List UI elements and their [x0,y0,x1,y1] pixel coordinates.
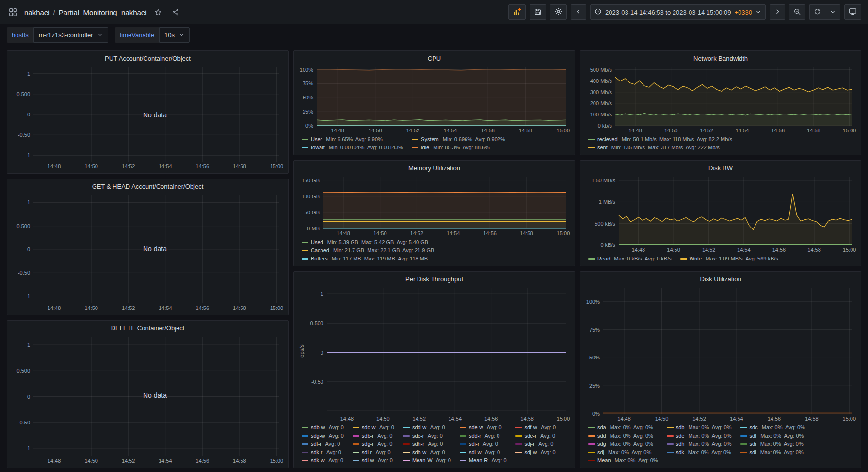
legend-item[interactable]: sdk-w Avg: 0 [302,457,344,464]
time-range-picker[interactable]: 2023-03-14 14:46:53 to 2023-03-14 15:00:… [590,4,766,20]
legend-swatch [588,460,595,461]
chart-network-bandwidth[interactable]: 0 kb/s100 Mb/s200 Mb/s300 Mb/s400 Mb/s50… [585,65,856,134]
panel-title[interactable]: CPU [299,53,570,65]
legend-item[interactable]: sda Max: 0% Avg: 0% [588,424,658,431]
variable-value-dropdown[interactable]: 10s [159,27,190,43]
chart-put[interactable]: 10.5000-0.50-114:4814:5014:5214:5414:561… [12,65,283,170]
dashboard-settings-button[interactable] [550,4,567,20]
legend-item[interactable]: sdk-r Avg: 0 [302,449,344,456]
legend-item[interactable]: System Min: 0.696% Avg: 0.902% [412,136,505,143]
legend-item[interactable]: sdb-w Avg: 0 [302,424,344,431]
legend-item[interactable]: recieved Min: 50.1 Mb/s Max: 118 Mb/s Av… [588,136,732,143]
legend-series-stats: Avg: 0 [485,424,501,431]
legend-item[interactable]: User Min: 6.65% Avg: 9.90% [302,136,403,143]
variable-value-dropdown[interactable]: m-r1z1s3-controller [33,27,108,43]
legend-item[interactable]: sdf Max: 0% Avg: 0% [740,432,805,439]
legend-item[interactable]: sdc-r Avg: 0 [403,432,451,439]
breadcrumb-folder[interactable]: nakhaei [24,8,50,16]
legend-item[interactable]: Mean Max: 0% Avg: 0% [588,457,658,464]
chart-canvas[interactable]: 0%25%50%75%100%14:4814:5014:5214:5414:56… [299,65,570,134]
legend-item[interactable]: sdg-r Avg: 0 [353,440,394,448]
chart-canvas[interactable]: 0%25%50%75%100%14:4814:5014:5214:5414:56… [585,285,856,423]
legend-item[interactable]: sdh Max: 0% Avg: 0% [667,440,732,448]
legend-swatch [667,452,674,453]
legend-item[interactable]: Buffers Min: 117 MB Max: 119 MB Avg: 118… [302,255,434,262]
chart-canvas[interactable]: 10.5000-0.5014:4814:5014:5214:5414:5614:… [299,285,570,423]
legend-item[interactable]: Mean-R Avg: 0 [460,457,507,464]
panel-title[interactable]: Network Bandwidth [585,53,856,65]
legend-item[interactable]: sdf-w Avg: 0 [515,424,556,431]
breadcrumb-dashboard-title[interactable]: Partial_Monitoring_nakhaei [59,8,147,16]
panel-title[interactable]: Memory Utilization [299,163,570,174]
svg-text:75%: 75% [303,81,313,86]
chart-get-head[interactable]: 10.5000-0.50-114:4814:5014:5214:5414:561… [12,193,283,312]
gear-icon [554,7,563,17]
no-data-message: No data [32,111,278,119]
chart-cpu[interactable]: 0%25%50%75%100%14:4814:5014:5214:5414:56… [299,65,570,134]
panel-title[interactable]: Per Disk Throughput [299,274,570,285]
legend-item[interactable]: sdg-w Avg: 0 [302,432,344,439]
legend-item[interactable]: sde-r Avg: 0 [515,432,556,439]
legend-item[interactable]: sdb-r Avg: 0 [353,432,394,439]
save-dashboard-button[interactable] [530,4,546,20]
panel-title[interactable]: Disk BW [585,163,856,174]
svg-text:14:52: 14:52 [122,305,135,311]
legend-item[interactable]: sdh-w Avg: 0 [403,449,451,456]
legend-item[interactable]: sdj-r Avg: 0 [515,440,556,448]
legend-item[interactable]: sdd-r Avg: 0 [460,432,507,439]
share-icon[interactable] [169,6,182,18]
apps-grid-icon[interactable] [7,6,19,18]
legend-item[interactable]: sdj-w Avg: 0 [515,449,556,456]
legend-item[interactable]: sdd-w Avg: 0 [403,424,451,431]
add-panel-button[interactable] [508,4,526,20]
legend-item[interactable]: Read Max: 0 kB/s Avg: 0 kB/s [588,255,672,262]
time-shift-back-button[interactable] [571,4,586,20]
legend-item[interactable]: sde Max: 0% Avg: 0% [667,432,732,439]
refresh-interval-dropdown[interactable] [825,4,840,20]
variable-hostis[interactable]: hostIs m-r1z1s3-controller [7,27,108,43]
legend-item[interactable]: sdd Max: 0% Avg: 0% [588,432,658,439]
zoom-out-button[interactable] [789,4,805,20]
legend-item[interactable]: idle Min: 85.3% Avg: 88.6% [412,144,505,151]
legend-item[interactable]: sdb Max: 0% Avg: 0% [667,424,732,431]
refresh-button[interactable] [809,4,825,20]
legend-item[interactable]: sdg Max: 0% Avg: 0% [588,440,658,448]
legend-item[interactable]: sdf-r Avg: 0 [302,440,344,448]
panel-title[interactable]: PUT Account/Container/Object [12,53,283,65]
svg-text:14:48: 14:48 [337,230,350,236]
star-icon[interactable] [152,6,164,18]
legend-item[interactable]: sdi Max: 0% Avg: 0% [740,440,805,448]
legend-item[interactable]: sdi-r Avg: 0 [460,440,507,448]
legend-item[interactable]: Write Max: 1.09 MB/s Avg: 569 kB/s [680,255,778,262]
chart-disk-bw[interactable]: 0 kB/s500 kB/s1 MB/s1.50 MB/s14:4814:501… [585,174,856,254]
chart-canvas[interactable]: 0 kB/s500 kB/s1 MB/s1.50 MB/s14:4814:501… [585,174,856,254]
panel-title[interactable]: DELETE Container/Object [12,323,283,334]
legend-item[interactable]: sdj Max: 0% Avg: 0% [588,449,658,456]
legend-item[interactable]: sdh-r Avg: 0 [403,440,451,448]
legend-item[interactable]: sent Min: 135 Mb/s Max: 317 Mb/s Avg: 22… [588,144,732,151]
legend-item[interactable]: sdc-w Avg: 0 [353,424,394,431]
chart-canvas[interactable]: 0 kb/s100 Mb/s200 Mb/s300 Mb/s400 Mb/s50… [585,65,856,134]
time-shift-forward-button[interactable] [770,4,785,20]
legend-item[interactable]: sdl-w Avg: 0 [353,457,394,464]
legend-item[interactable]: Cached Min: 21.7 GB Max: 22.1 GB Avg: 21… [302,247,434,254]
legend-item[interactable]: sdl Max: 0% Avg: 0% [740,449,805,456]
panel-title[interactable]: Disk Utilization [585,274,856,285]
legend-item[interactable]: Used Min: 5.39 GB Max: 5.42 GB Avg: 5.40… [302,239,434,246]
chart-memory[interactable]: 0 MB50 GB100 GB150 GB14:4814:5014:5214:5… [299,174,570,237]
chart-canvas[interactable]: 0 MB50 GB100 GB150 GB14:4814:5014:5214:5… [299,174,570,237]
cycle-view-button[interactable] [844,4,861,20]
panel-title[interactable]: GET & HEAD Account/Container/Object [12,181,283,193]
legend-item[interactable]: sdi-w Avg: 0 [460,449,507,456]
legend-item[interactable]: sdc Max: 0% Avg: 0% [740,424,805,431]
legend-item[interactable]: Mean-W Avg: 0 [403,457,451,464]
chart-per-disk-throughput[interactable]: 10.5000-0.5014:4814:5014:5214:5414:5614:… [299,285,570,423]
variable-timevariable[interactable]: timeVariable 10s [115,27,190,43]
legend-item[interactable]: sdl-r Avg: 0 [353,449,394,456]
chart-delete[interactable]: 10.5000-0.50-114:4814:5014:5214:5414:561… [12,334,283,465]
chart-disk-utilization[interactable]: 0%25%50%75%100%14:4814:5014:5214:5414:56… [585,285,856,423]
legend-item[interactable]: sdk Max: 0% Avg: 0% [667,449,732,456]
chart-canvas[interactable]: 10.5000-0.50-114:4814:5014:5214:5414:561… [12,334,283,465]
legend-item[interactable]: sde-w Avg: 0 [460,424,507,431]
legend-item[interactable]: Iowait Min: 0.00104% Avg: 0.00143% [302,144,403,151]
